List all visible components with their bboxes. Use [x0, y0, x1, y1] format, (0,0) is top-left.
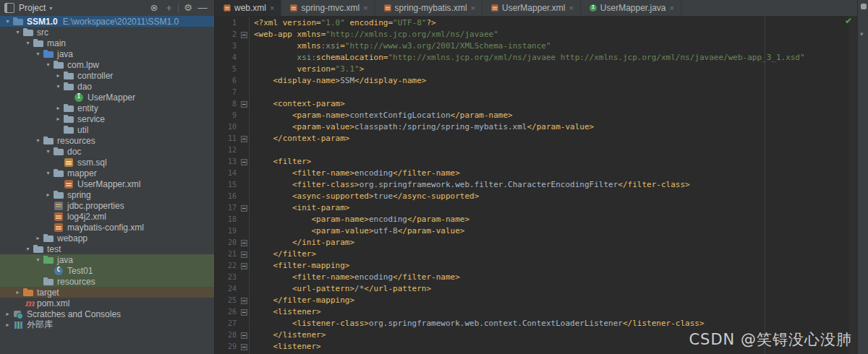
- tool-stripe-icon[interactable]: [861, 4, 867, 9]
- tree-item-controller[interactable]: ▸controller: [0, 70, 214, 81]
- fold-marker-icon[interactable]: [239, 29, 250, 40]
- chevron-down-icon[interactable]: ▾: [49, 5, 52, 12]
- fold-gutter: [239, 75, 250, 87]
- tree-item-label: ssm.sql: [77, 157, 107, 168]
- package-icon: [63, 70, 75, 82]
- chevron-right-icon[interactable]: ▸: [54, 116, 63, 122]
- chevron-down-icon[interactable]: ▾: [23, 40, 33, 46]
- tree-item-target[interactable]: ▸target: [0, 287, 214, 298]
- folder-icon: [43, 233, 54, 244]
- tree-item-ssm-sql[interactable]: ssm.sql: [0, 157, 214, 168]
- toolbar-divider: [178, 4, 179, 13]
- chevron-right-icon[interactable]: ▸: [13, 289, 22, 295]
- tree-item-label: resources: [57, 277, 95, 287]
- tree-item-java[interactable]: ▾java: [0, 254, 214, 265]
- fold-marker-icon[interactable]: [239, 202, 250, 214]
- chevron-right-icon[interactable]: ▸: [3, 311, 12, 317]
- chevron-down-icon[interactable]: ▾: [33, 51, 43, 57]
- editor-scrollbar[interactable]: [848, 16, 857, 354]
- chevron-right-icon[interactable]: ▸: [54, 105, 63, 111]
- package-icon: [63, 81, 75, 92]
- tree-item-usermapper-xml[interactable]: UserMapper.xml: [0, 178, 214, 189]
- fold-marker-icon[interactable]: [239, 133, 250, 144]
- project-path: E:\workspace\202011\SSM1.0: [63, 17, 179, 27]
- close-icon[interactable]: ×: [569, 4, 573, 12]
- locate-icon[interactable]: ⊗: [147, 0, 161, 16]
- fold-marker-icon[interactable]: [239, 295, 250, 306]
- folder-icon: [53, 189, 64, 201]
- fold-gutter: [239, 179, 250, 191]
- tree-item-label: pom.xml: [37, 298, 69, 308]
- tree-item-dao[interactable]: ▾dao: [0, 81, 214, 92]
- tree-item-entity[interactable]: ▸entity: [0, 103, 214, 113]
- fold-marker-icon[interactable]: [239, 237, 250, 249]
- chevron-down-icon[interactable]: ▾: [43, 61, 53, 68]
- tree-item-jdbc-properties[interactable]: jdbc.properties: [0, 200, 214, 211]
- inspection-ok-icon[interactable]: ✔: [845, 16, 852, 26]
- chevron-down-icon[interactable]: ▾: [33, 137, 43, 144]
- chevron-down-icon[interactable]: ▾: [33, 256, 43, 263]
- fold-marker-icon[interactable]: [239, 98, 250, 110]
- line-number: 23: [215, 272, 239, 283]
- tree-item-pom-xml[interactable]: pom.xml: [0, 298, 214, 308]
- tree-item-service[interactable]: ▸service: [0, 113, 214, 124]
- line-number: 10: [215, 121, 239, 133]
- fold-gutter: [239, 272, 250, 283]
- fold-marker-icon[interactable]: [239, 260, 250, 272]
- chevron-right-icon[interactable]: ▸: [43, 191, 53, 198]
- tree-item-label: resources: [57, 136, 95, 146]
- tree-item-test01[interactable]: Test01: [0, 265, 214, 276]
- tree-item-main[interactable]: ▾main: [0, 38, 214, 48]
- project-view-selector[interactable]: Project: [19, 3, 46, 13]
- close-icon[interactable]: ×: [670, 4, 674, 12]
- tree-item-doc[interactable]: ▾doc: [0, 146, 214, 157]
- tree-item-spring[interactable]: ▸spring: [0, 189, 214, 200]
- chevron-down-icon[interactable]: ▾: [3, 18, 12, 25]
- fold-marker-icon[interactable]: [239, 306, 250, 318]
- tab-usermapper-xml[interactable]: UserMapper.xml×: [482, 0, 581, 16]
- chevron-down-icon[interactable]: ▾: [54, 83, 63, 90]
- chevron-right-icon[interactable]: ▸: [3, 321, 12, 328]
- tree-item-log4j2-xml[interactable]: log4j2.xml: [0, 211, 214, 222]
- chevron-right-icon[interactable]: ▸: [33, 235, 43, 241]
- close-icon[interactable]: ×: [363, 4, 367, 12]
- tree-item-mapper[interactable]: ▾mapper: [0, 168, 214, 178]
- tab-spring-mvc-xml[interactable]: spring-mvc.xml×: [281, 0, 375, 16]
- tree-item-ssm1-0[interactable]: ▾SSM1.0E:\workspace\202011\SSM1.0: [0, 16, 214, 27]
- chevron-down-icon[interactable]: ▾: [13, 29, 22, 35]
- chevron-right-icon[interactable]: ▸: [54, 72, 63, 79]
- chevron-down-icon[interactable]: ▾: [43, 148, 53, 155]
- fold-marker-icon[interactable]: [239, 341, 250, 353]
- line-number: 29: [215, 341, 239, 353]
- settings-icon[interactable]: ⚙: [181, 0, 195, 16]
- chevron-down-icon[interactable]: ▾: [23, 246, 33, 252]
- fold-marker-icon[interactable]: [239, 249, 250, 260]
- tree-item-resources[interactable]: resources: [0, 276, 214, 287]
- tab-usermapper-java[interactable]: UserMapper.java×: [581, 0, 681, 16]
- tree-item-scratches-and-consoles[interactable]: ▸Scratches and Consoles: [0, 308, 214, 319]
- tree-item-maybatis-config-xml[interactable]: maybatis-config.xml: [0, 222, 214, 233]
- ide-window: Project ▾ ⊗÷⚙— ▾SSM1.0E:\workspace\20201…: [0, 0, 868, 354]
- fold-gutter: [239, 110, 250, 121]
- tab-spring-mybatis-xml[interactable]: spring-mybatis.xml×: [375, 0, 482, 16]
- fold-marker-icon[interactable]: [239, 156, 250, 168]
- tab-web-xml[interactable]: web.xml×: [215, 0, 281, 16]
- tree-item-util[interactable]: util: [0, 124, 214, 135]
- hide-icon[interactable]: —: [195, 0, 210, 16]
- tree-item-item[interactable]: ▸外部库: [0, 319, 214, 330]
- close-icon[interactable]: ×: [471, 4, 475, 12]
- tree-item-test[interactable]: ▾test: [0, 243, 214, 254]
- tree-item-java[interactable]: ▾java: [0, 48, 214, 59]
- tree-item-com-lpw[interactable]: ▾com.lpw: [0, 59, 214, 70]
- collapse-all-icon[interactable]: ÷: [161, 1, 176, 15]
- collapsed-marker-icon[interactable]: ▾: [860, 30, 864, 38]
- code-editor[interactable]: ✔ 1<?xml version="1.0" encoding="UTF-8"?…: [215, 16, 857, 354]
- tree-item-src[interactable]: ▾src: [0, 27, 214, 38]
- tree-item-usermapper[interactable]: UserMapper: [0, 92, 214, 103]
- tree-item-resources[interactable]: ▾resources: [0, 135, 214, 146]
- tree-item-webapp[interactable]: ▸webapp: [0, 233, 214, 243]
- close-icon[interactable]: ×: [270, 4, 274, 12]
- chevron-down-icon[interactable]: ▾: [43, 170, 53, 176]
- code-line: 15 <filter-class>org.springframework.web…: [215, 179, 857, 191]
- fold-marker-icon[interactable]: [239, 329, 250, 341]
